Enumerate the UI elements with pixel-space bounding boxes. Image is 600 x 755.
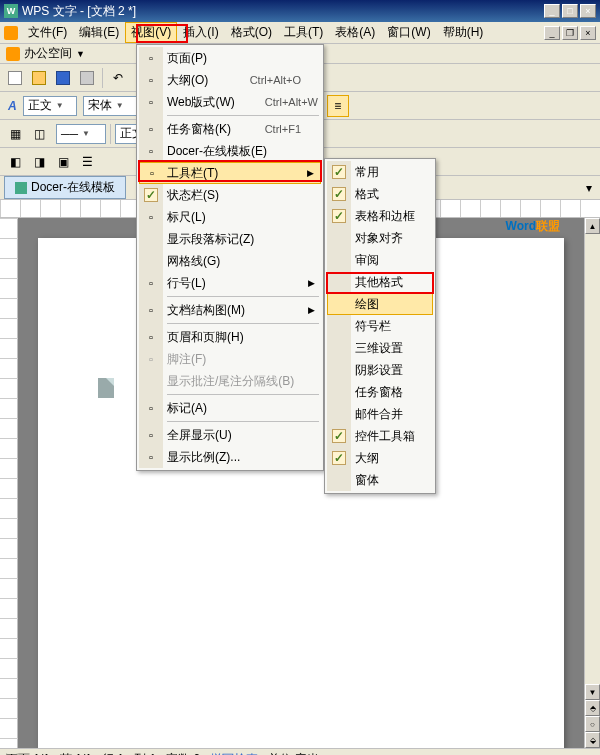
menu-table[interactable]: 表格(A) (329, 22, 381, 43)
print-button[interactable] (76, 67, 98, 89)
scroll-up-button[interactable]: ▲ (585, 218, 600, 234)
mdi-buttons: _ ❐ × (544, 26, 596, 40)
mdi-close[interactable]: × (580, 26, 596, 40)
status-col: 列:1 (134, 751, 156, 755)
toolbar-submenu-item[interactable]: 对象对齐 (327, 227, 433, 249)
workspace-icon (6, 47, 20, 61)
chevron-down-icon[interactable]: ▼ (76, 49, 85, 59)
draw-table-button[interactable]: ▦ (4, 123, 26, 145)
toolbar-submenu-item[interactable]: 窗体 (327, 469, 433, 491)
font-combo[interactable]: 宋体▼ (83, 96, 143, 116)
eraser-button[interactable]: ◫ (28, 123, 50, 145)
new-button[interactable] (4, 67, 26, 89)
toolbar-submenu-item[interactable]: 邮件合并 (327, 403, 433, 425)
view-menu-item[interactable]: ▫全屏显示(U) (139, 424, 321, 446)
view-menu-item[interactable]: 显示段落标记(Z) (139, 228, 321, 250)
tab-list-button[interactable]: ▾ (582, 181, 596, 195)
status-spell[interactable]: 拼写检查 (210, 751, 258, 755)
view-menu-item: ▫脚注(F) (139, 348, 321, 370)
tb-btn-4[interactable]: ☰ (76, 151, 98, 173)
view-menu-item[interactable]: ▫Docer-在线模板(E) (139, 140, 321, 162)
mdi-minimize[interactable]: _ (544, 26, 560, 40)
menubar: 文件(F) 编辑(E) 视图(V) 插入(I) 格式(O) 工具(T) 表格(A… (0, 22, 600, 44)
view-menu-item[interactable]: ✓状态栏(S) (139, 184, 321, 206)
toolbar-submenu-item[interactable]: ✓常用 (327, 161, 433, 183)
menu-view[interactable]: 视图(V) (125, 22, 177, 43)
toolbar-submenu-item[interactable]: 三维设置 (327, 337, 433, 359)
view-menu-item[interactable]: ▫大纲(O)Ctrl+Alt+O (139, 69, 321, 91)
menu-window[interactable]: 窗口(W) (381, 22, 436, 43)
view-menu-item: 显示批注/尾注分隔线(B) (139, 370, 321, 392)
toolbar-submenu-item[interactable]: 其他格式 (327, 271, 433, 293)
toolbar-submenu-item[interactable]: ✓大纲 (327, 447, 433, 469)
view-menu: ▫页面(P)▫大纲(O)Ctrl+Alt+O▫Web版式(W)Ctrl+Alt+… (136, 44, 324, 471)
document-tab[interactable]: Docer-在线模板 (4, 176, 126, 199)
status-page: 页面:1/1 (6, 751, 50, 755)
status-section: 节:1/1 (60, 751, 92, 755)
toolbar-submenu: ✓常用✓格式✓表格和边框对象对齐审阅其他格式绘图符号栏三维设置阴影设置任务窗格邮… (324, 158, 436, 494)
view-menu-item[interactable]: ▫任务窗格(K)Ctrl+F1 (139, 118, 321, 140)
tb-btn-1[interactable]: ◧ (4, 151, 26, 173)
separator (110, 124, 111, 144)
style-combo[interactable]: 正文▼ (23, 96, 77, 116)
tb-btn-3[interactable]: ▣ (52, 151, 74, 173)
view-menu-item[interactable]: ▫页眉和页脚(H) (139, 326, 321, 348)
separator (102, 68, 103, 88)
view-menu-item[interactable]: ▫Web版式(W)Ctrl+Alt+W (139, 91, 321, 113)
tb-btn-2[interactable]: ◨ (28, 151, 50, 173)
menu-insert[interactable]: 插入(I) (177, 22, 224, 43)
prev-page-button[interactable]: ⬘ (585, 700, 600, 716)
toolbar-submenu-item[interactable]: 绘图 (327, 293, 433, 315)
line-style-combo[interactable]: ──▼ (56, 124, 106, 144)
toolbar-submenu-item[interactable]: 任务窗格 (327, 381, 433, 403)
tab-label: Docer-在线模板 (31, 179, 115, 196)
toolbar-submenu-item[interactable]: ✓表格和边框 (327, 205, 433, 227)
page-placeholder-icon (98, 378, 114, 398)
style-icon: A (8, 99, 17, 113)
view-menu-item[interactable]: 网格线(G) (139, 250, 321, 272)
view-menu-item[interactable]: ▫文档结构图(M)▶ (139, 299, 321, 321)
menu-format[interactable]: 格式(O) (225, 22, 278, 43)
window-title: WPS 文字 - [文档 2 *] (22, 3, 544, 20)
align-justify-button[interactable]: ≡ (327, 95, 349, 117)
menu-tools[interactable]: 工具(T) (278, 22, 329, 43)
statusbar: 页面:1/1 节:1/1 行:1 列:1 字数:0 拼写检查 单位:毫米 ▦ ▤… (0, 748, 600, 755)
vertical-scrollbar[interactable]: ▲ ▼ ⬘ ○ ⬙ (584, 218, 600, 748)
status-row: 行:1 (102, 751, 124, 755)
document-icon (15, 182, 27, 194)
app-menu-icon[interactable] (4, 26, 18, 40)
vertical-ruler[interactable] (0, 218, 18, 748)
toolbar-submenu-item[interactable]: ✓格式 (327, 183, 433, 205)
view-menu-item[interactable]: ▫显示比例(Z)... (139, 446, 321, 468)
view-menu-item[interactable]: ▫标记(A) (139, 397, 321, 419)
app-icon: W (4, 4, 18, 18)
toolbar-submenu-item[interactable]: ✓控件工具箱 (327, 425, 433, 447)
save-button[interactable] (52, 67, 74, 89)
view-menu-item[interactable]: ▫工具栏(T)▶ (139, 162, 321, 184)
status-chars: 字数:0 (166, 751, 200, 755)
minimize-button[interactable]: _ (544, 4, 560, 18)
toolbar-submenu-item[interactable]: 审阅 (327, 249, 433, 271)
window-buttons: _ □ × (544, 4, 596, 18)
status-unit[interactable]: 单位:毫米 (268, 751, 319, 755)
browse-object-button[interactable]: ○ (585, 716, 600, 732)
mdi-restore[interactable]: ❐ (562, 26, 578, 40)
view-menu-item[interactable]: ▫行号(L)▶ (139, 272, 321, 294)
open-button[interactable] (28, 67, 50, 89)
toolbar-submenu-item[interactable]: 符号栏 (327, 315, 433, 337)
menu-edit[interactable]: 编辑(E) (73, 22, 125, 43)
menu-help[interactable]: 帮助(H) (437, 22, 490, 43)
maximize-button[interactable]: □ (562, 4, 578, 18)
undo-button[interactable]: ↶ (107, 67, 129, 89)
next-page-button[interactable]: ⬙ (585, 732, 600, 748)
toolbar-submenu-item[interactable]: 阴影设置 (327, 359, 433, 381)
view-menu-item[interactable]: ▫页面(P) (139, 47, 321, 69)
titlebar: W WPS 文字 - [文档 2 *] _ □ × (0, 0, 600, 22)
view-menu-item[interactable]: ▫标尺(L) (139, 206, 321, 228)
workspace-label[interactable]: 办公空间 (24, 45, 72, 62)
scroll-down-button[interactable]: ▼ (585, 684, 600, 700)
menu-file[interactable]: 文件(F) (22, 22, 73, 43)
close-button[interactable]: × (580, 4, 596, 18)
